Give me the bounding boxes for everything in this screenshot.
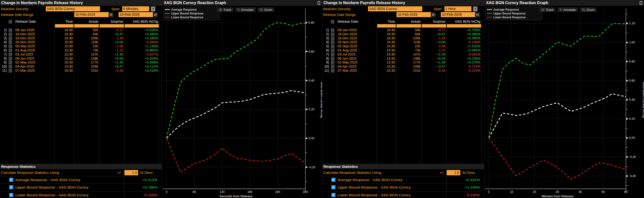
date-to-input[interactable]: 10-Feb-2026 <box>441 12 476 17</box>
table-row[interactable]: 3)16-Dec-202516:30-105k-1.56+0.390% <box>322 36 484 40</box>
stat-checkbox[interactable]: ✔ <box>332 185 336 189</box>
row-checkbox[interactable] <box>331 65 334 68</box>
filter-input-chg[interactable] <box>124 24 159 28</box>
track-button[interactable]: Track <box>217 8 233 12</box>
zoom-button[interactable]: Zoom <box>580 8 596 12</box>
column-header-time[interactable]: Time <box>55 19 73 24</box>
table-row[interactable]: 4)20-Nov-202516:30119k+3.00-0.380% <box>0 40 162 44</box>
table-row[interactable]: 6)01-Aug-202515:3073k-1.22+0.865% <box>0 48 162 52</box>
row-checkbox[interactable] <box>9 53 12 56</box>
column-header-chg[interactable]: XAG BGN %Chg <box>447 19 480 24</box>
annotate-button[interactable]: ✎ Annotate <box>235 8 256 12</box>
column-header-release-date[interactable]: Release Date <box>338 19 358 24</box>
table-row[interactable]: 7)03-Jul-202515:30147k+2.30-0.045% <box>322 52 484 57</box>
date-from-input[interactable]: 10-Feb-2025 <box>74 12 109 17</box>
calendar-icon[interactable]: ⊟ <box>475 13 480 17</box>
stdev-input[interactable]: 1.0 <box>124 170 138 175</box>
column-header-actual[interactable]: Actual <box>74 19 98 24</box>
statistics-row[interactable]: ✔Average Response - XAG BGN Curncy+0.313… <box>0 176 159 183</box>
span-select[interactable]: 1 Hour <box>444 6 472 11</box>
reaction-chart[interactable]: 01020304050601.201.000.800.600.400.200.0… <box>484 0 644 198</box>
table-row[interactable]: 11)07-Mar-202516:30151k-0.26+0.419% <box>0 69 162 73</box>
table-row[interactable]: 10)04-Apr-202515:30228k+3.47-0.722% <box>322 65 484 69</box>
zoom-button[interactable]: Zoom <box>258 8 274 12</box>
table-row[interactable]: 1)09-Jan-202616:3050k-0.77+0.769% <box>322 28 484 32</box>
select-all-checkbox[interactable] <box>331 20 334 24</box>
row-checkbox[interactable] <box>9 65 12 68</box>
filter-input-actual[interactable] <box>396 24 421 28</box>
stat-checkbox[interactable]: ✔ <box>332 193 336 197</box>
table-row[interactable]: 8)06-Jun-202515:30139k+0.59+0.204% <box>0 57 162 61</box>
row-checkbox[interactable] <box>9 41 12 44</box>
column-header-surprise[interactable]: Surprise <box>422 19 446 24</box>
table-row[interactable]: 9)02-May-202515:30177k+1.46+0.089% <box>0 60 162 65</box>
table-row[interactable]: 11)07-Mar-202516:30151k-0.26-0.223% <box>322 69 484 73</box>
row-checkbox[interactable] <box>9 29 12 32</box>
row-checkbox[interactable] <box>9 49 12 52</box>
reaction-security-input[interactable]: XAG BGN Curncy <box>46 6 100 11</box>
table-row[interactable]: 9)02-May-202515:30177k+1.46+0.570% <box>322 60 484 65</box>
chevron-down-icon[interactable]: ▼ <box>473 7 478 11</box>
table-row[interactable]: 3)16-Dec-202516:30-105k-1.56+0.345% <box>0 36 162 40</box>
table-row[interactable]: 5)05-Sep-202515:3022k-2.68+1.532% <box>322 44 484 48</box>
table-row[interactable]: 10)04-Apr-202515:30228k+3.47+0.112% <box>0 65 162 69</box>
column-header-chg[interactable]: XAG BGN %Chg <box>124 19 158 24</box>
reaction-security-input[interactable]: XAG BGN Curncy <box>368 6 422 11</box>
span-select[interactable]: 5 Minutes <box>122 6 149 11</box>
table-row[interactable]: 4)20-Nov-202516:30119k+3.00-0.130% <box>322 40 484 44</box>
row-checkbox[interactable] <box>331 41 334 44</box>
row-checkbox[interactable] <box>331 33 334 36</box>
annotate-button[interactable]: ✎ Annotate <box>558 8 578 12</box>
legend-item-average[interactable]: Average Response <box>165 8 218 12</box>
row-checkbox[interactable] <box>331 53 334 56</box>
track-button[interactable]: Track <box>539 8 556 12</box>
row-checkbox[interactable] <box>9 45 12 48</box>
date-to-input[interactable]: 10-Feb-2026 <box>118 12 153 17</box>
filter-input-actual[interactable] <box>74 24 99 28</box>
reaction-chart[interactable]: 0601201802403000.800.600.400.200.00-0.20… <box>162 0 322 198</box>
calendar-icon[interactable]: ⊟ <box>431 13 436 17</box>
select-all-checkbox[interactable] <box>9 20 12 24</box>
filter-input-time[interactable] <box>377 24 396 28</box>
filter-input-chg[interactable] <box>447 24 481 28</box>
statistics-row[interactable]: ✔Upper Bound Response - XAG BGN Curncy+1… <box>322 183 481 191</box>
table-row[interactable]: 8)06-Jun-202515:30139k+0.59+0.156% <box>322 57 484 61</box>
chevron-down-icon[interactable]: ▼ <box>151 7 155 11</box>
column-header-actual[interactable]: Actual <box>396 19 420 24</box>
statistics-row[interactable]: ✔Upper Bound Response - XAG BGN Curncy+0… <box>0 183 159 191</box>
row-checkbox[interactable] <box>331 49 334 52</box>
row-checkbox[interactable] <box>9 69 12 72</box>
statistics-row[interactable]: ✔Average Response - XAG BGN Curncy+0.432… <box>322 176 481 183</box>
table-row[interactable]: 2)16-Dec-202516:3064k+0.47+0.390% <box>322 32 484 36</box>
legend-item-lower[interactable]: Lower Bound Response <box>165 16 218 19</box>
statistics-row[interactable]: ✔Lower Bound Response - XAG BGN Curncy-0… <box>322 191 481 198</box>
row-checkbox[interactable] <box>331 57 334 60</box>
table-row[interactable]: 7)03-Jul-202515:30147k+2.30-0.527% <box>0 52 162 57</box>
row-checkbox[interactable] <box>9 33 12 36</box>
legend-item-upper[interactable]: Upper Bound Response <box>165 12 218 16</box>
row-checkbox[interactable] <box>331 69 334 72</box>
row-checkbox[interactable] <box>9 37 12 40</box>
legend-item-lower[interactable]: Lower Bound Response <box>487 16 540 19</box>
statistics-row[interactable]: ✔Lower Bound Response - XAG BGN Curncy-0… <box>0 191 159 198</box>
filter-input-surprise[interactable] <box>422 24 446 28</box>
row-checkbox[interactable] <box>9 61 12 64</box>
filter-input-time[interactable] <box>55 24 74 28</box>
table-row[interactable]: 6)01-Aug-202515:3073k-1.22+2.065% <box>322 48 484 52</box>
column-header-time[interactable]: Time <box>377 19 395 24</box>
date-from-input[interactable]: 10-Feb-2025 <box>396 12 431 17</box>
table-row[interactable]: 2)16-Dec-202516:3064k+0.47+0.345% <box>0 32 162 36</box>
legend-item-average[interactable]: Average Response <box>487 8 540 12</box>
column-header-release-date[interactable]: Release Date <box>16 19 36 24</box>
row-checkbox[interactable] <box>331 29 334 32</box>
stat-checkbox[interactable]: ✔ <box>9 193 13 197</box>
table-row[interactable]: 1)09-Jan-202616:3050k-0.77+0.835% <box>0 28 162 32</box>
row-checkbox[interactable] <box>331 37 334 40</box>
table-row[interactable]: 5)05-Sep-202515:3022k-2.68+1.139% <box>0 44 162 48</box>
row-checkbox[interactable] <box>9 57 12 60</box>
stat-checkbox[interactable]: ✔ <box>9 178 13 182</box>
stat-checkbox[interactable]: ✔ <box>332 178 336 182</box>
stat-checkbox[interactable]: ✔ <box>9 185 13 189</box>
filter-input-surprise[interactable] <box>100 24 124 28</box>
column-header-surprise[interactable]: Surprise <box>100 19 123 24</box>
